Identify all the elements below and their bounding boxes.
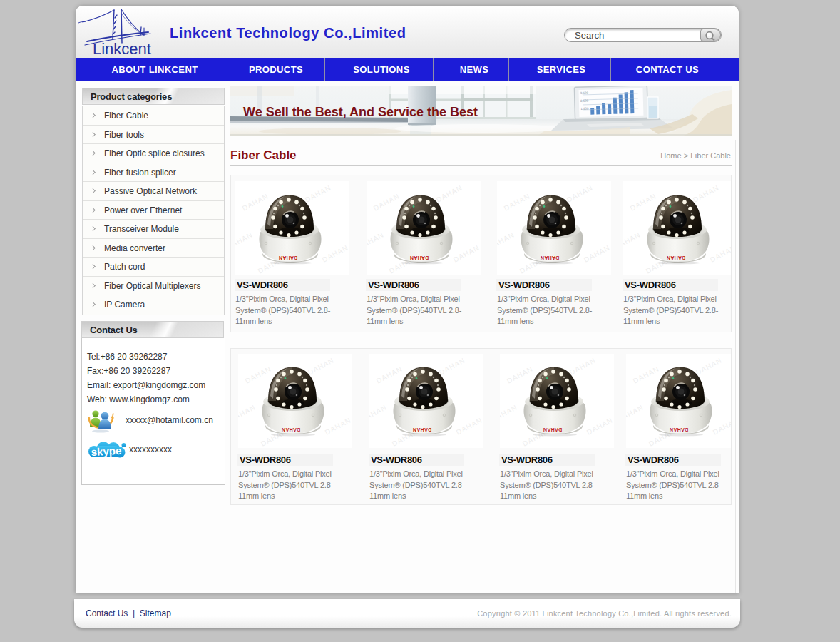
svg-text:skype: skype (91, 444, 121, 458)
svg-text:Linkcent: Linkcent (93, 40, 151, 58)
svg-text:2,500: 2,500 (580, 99, 589, 103)
svg-text:3,500: 3,500 (580, 91, 589, 95)
svg-text:We Sell the Best, And Service: We Sell the Best, And Service the Best (243, 105, 478, 119)
svg-text:1,500: 1,500 (580, 107, 589, 111)
